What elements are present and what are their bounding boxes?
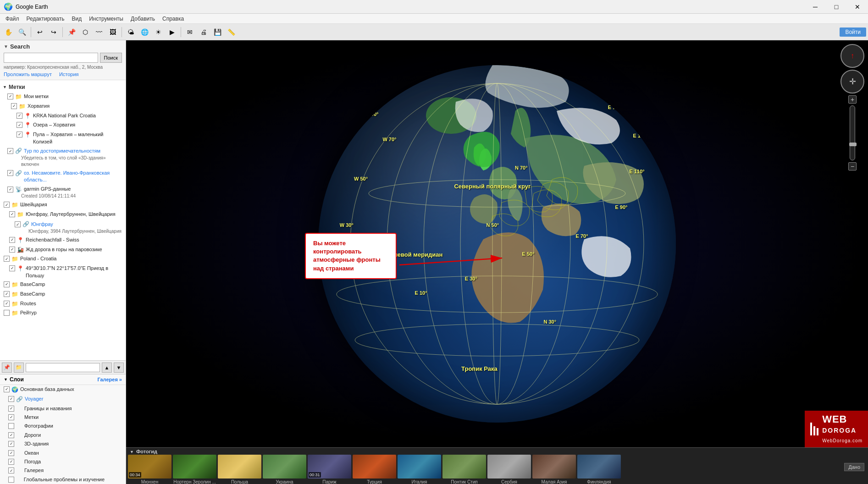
toolbar-hand-tool[interactable]: ✋ — [2, 26, 15, 38]
list-item[interactable]: 🌍 Основная база данных — [0, 385, 126, 395]
toolbar-path[interactable]: 〰 — [93, 26, 105, 38]
toolbar-search-tool[interactable]: 🔍 — [16, 26, 28, 38]
list-item[interactable]: 📁 Швейцария — [0, 200, 126, 210]
list-item[interactable]: Турция — [353, 455, 396, 484]
search-button[interactable]: Поиск — [100, 53, 122, 63]
maximize-button[interactable]: □ — [826, 0, 847, 14]
photo-thumbnail[interactable]: 00:34 — [128, 455, 171, 478]
checkbox-3d-buildings[interactable] — [8, 441, 14, 447]
list-item[interactable]: Сербия — [487, 455, 531, 484]
checkbox-global-problems[interactable] — [8, 477, 14, 483]
compass-control[interactable] — [840, 44, 864, 68]
checkbox-swiss[interactable] — [4, 202, 10, 208]
toolbar-print[interactable]: 🖨 — [197, 26, 210, 38]
photo-thumbnail[interactable] — [577, 455, 621, 478]
toolbar-email[interactable]: ✉ — [183, 26, 196, 38]
checkbox-jungfrau-folder[interactable] — [9, 211, 15, 217]
minimize-button[interactable]: ─ — [805, 0, 826, 14]
menu-view[interactable]: Вид — [68, 15, 85, 23]
photo-thumbnail[interactable] — [218, 455, 261, 478]
photo-thumbnail[interactable] — [263, 455, 306, 478]
list-item[interactable]: 📁 Рейтур — [0, 308, 126, 318]
list-item[interactable]: 📁 Хорватия — [0, 102, 126, 111]
list-item[interactable]: 📁 BaseCamp — [0, 280, 126, 290]
list-item[interactable]: 📍 Reichenbachfall - Swiss — [0, 236, 126, 245]
zoom-track[interactable] — [850, 105, 855, 160]
list-item[interactable]: 📍 Озера – Хорватия — [0, 121, 126, 130]
list-item[interactable]: Понтик Стип — [442, 455, 486, 484]
photo-thumbnail[interactable] — [442, 455, 486, 478]
list-item[interactable]: 📁 Poland - Croatia — [0, 254, 126, 264]
checkbox-railway[interactable] — [9, 247, 15, 253]
checkbox-coords[interactable] — [9, 265, 15, 271]
checkbox-reichenbach[interactable] — [9, 237, 15, 243]
map-area[interactable]: W 90° W 70° W 50° W 30° W 10° E 10° E 30… — [126, 40, 868, 484]
checkbox-croatia[interactable] — [11, 103, 17, 109]
checkbox-borders[interactable] — [8, 406, 14, 412]
places-header[interactable]: ▼ Метки — [0, 82, 126, 92]
list-item[interactable]: Границы и названия — [0, 404, 126, 413]
list-item[interactable]: 📡 garmin GPS-данные Created 10/08/14 21:… — [0, 185, 126, 201]
list-item[interactable]: 🔗 Тур по достопримечательностям Убедитес… — [0, 146, 126, 169]
list-item[interactable]: Украина — [263, 455, 306, 484]
list-item[interactable]: Малая Азия — [532, 455, 576, 484]
toolbar-record[interactable]: ▶ — [166, 26, 178, 38]
zoom-thumb[interactable] — [849, 143, 857, 146]
toolbar-weather[interactable]: 🌤 — [124, 26, 137, 38]
photo-thumbnail[interactable] — [398, 455, 441, 478]
menu-add[interactable]: Добавить — [127, 15, 159, 23]
list-item[interactable]: Польша — [218, 455, 261, 484]
toolbar-placemark[interactable]: 📌 — [65, 26, 78, 38]
photo-thumbnail[interactable] — [353, 455, 396, 478]
list-item[interactable]: 🔗 оз. Несамовите. Ивано-Франковская обла… — [0, 169, 126, 185]
search-input[interactable] — [4, 53, 98, 63]
list-item[interactable]: Фотографии — [0, 422, 126, 430]
list-item[interactable]: 00:31 Париж — [308, 455, 351, 484]
list-item[interactable]: Метки — [0, 413, 126, 422]
checkbox-marks-layer[interactable] — [8, 414, 14, 420]
list-item[interactable]: 📁 BaseCamp — [0, 290, 126, 299]
add-placemark-button[interactable]: 📌 — [2, 363, 12, 373]
list-item[interactable]: 3D-здания — [0, 440, 126, 448]
list-item[interactable]: 🔗 Юнгфрау Юнгфрау, 3984 Лаутербруннен, Ш… — [0, 220, 126, 236]
toolbar-save[interactable]: 💾 — [211, 26, 224, 38]
list-item[interactable]: Нортерн Зеролин ... — [173, 455, 216, 484]
list-item[interactable]: Галерея — [0, 466, 126, 475]
places-section[interactable]: ▼ Метки 📁 Мои метки 📁 Хорватия 📍 KRKA Na… — [0, 80, 126, 360]
zoom-out-button[interactable]: − — [848, 162, 857, 170]
photo-thumbnail[interactable] — [173, 455, 216, 478]
list-item[interactable]: 🚂 Жд дорога в горы на паровозике — [0, 245, 126, 255]
checkbox-gallery-layer[interactable] — [8, 468, 14, 473]
checkbox-my-marks[interactable] — [7, 94, 13, 99]
route-link[interactable]: Проложить маршрут — [4, 72, 52, 77]
list-item[interactable]: Погода — [0, 457, 126, 466]
toolbar-sun[interactable]: ☀ — [152, 26, 165, 38]
menu-file[interactable]: Файл — [2, 15, 23, 23]
toolbar-polygon[interactable]: ⬡ — [79, 26, 92, 38]
globe-container[interactable]: W 90° W 70° W 50° W 30° W 10° E 10° E 30… — [126, 40, 868, 447]
checkbox-krka[interactable] — [17, 113, 22, 119]
checkbox-base-db[interactable] — [4, 386, 10, 392]
photo-thumbnail[interactable] — [487, 455, 531, 478]
toolbar-overlay[interactable]: 🖼 — [106, 26, 119, 38]
toolbar-earth[interactable]: 🌐 — [138, 26, 151, 38]
checkbox-pula[interactable] — [17, 132, 22, 138]
close-button[interactable]: ✕ — [847, 0, 868, 14]
checkbox-tour[interactable] — [7, 148, 13, 154]
list-item[interactable]: 📁 Мои метки — [0, 92, 126, 102]
done-button[interactable]: Дано — [844, 463, 864, 471]
list-item[interactable]: Италия — [398, 455, 441, 484]
photo-thumbnail[interactable] — [532, 455, 576, 478]
pan-control[interactable] — [840, 70, 864, 94]
checkbox-raytour[interactable] — [4, 310, 10, 316]
checkbox-ocean[interactable] — [8, 450, 14, 456]
list-item[interactable]: 00:34 Мюнхен — [128, 455, 171, 484]
menu-tools[interactable]: Инструменты — [85, 15, 127, 23]
list-item[interactable]: 📁 Routes — [0, 299, 126, 309]
photo-strip-collapse-icon[interactable]: ▼ — [130, 450, 134, 454]
checkbox-poland-croatia[interactable] — [4, 256, 10, 262]
gallery-link[interactable]: Галерея » — [97, 377, 122, 382]
history-link[interactable]: История — [59, 72, 79, 77]
move-down-button[interactable]: ▼ — [114, 363, 124, 373]
list-item[interactable]: Глобальные проблемы и изучение окружающ.… — [0, 475, 126, 484]
